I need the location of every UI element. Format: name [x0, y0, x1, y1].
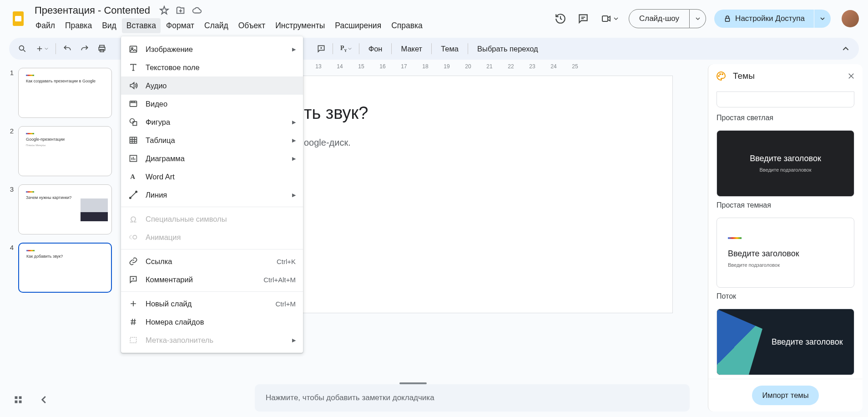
theme-label: Простая темная: [717, 201, 854, 209]
menu-справка[interactable]: Справка: [387, 18, 427, 33]
svg-point-13: [720, 74, 721, 75]
speaker-notes[interactable]: Нажмите, чтобы добавить заметки докладчи…: [255, 384, 690, 412]
menu-item-motion: Анимация: [121, 228, 303, 246]
print-icon[interactable]: [94, 41, 110, 56]
theme-card[interactable]: Введите заголовок: [717, 309, 854, 375]
menu-item-table[interactable]: Таблица▶: [121, 131, 303, 149]
history-icon[interactable]: [553, 11, 568, 26]
background-button[interactable]: Фон: [363, 45, 388, 53]
menu-инструменты[interactable]: Инструменты: [271, 18, 329, 33]
header: Презентация - Contented ФайлПравкаВидВст…: [0, 0, 868, 33]
menu-объект[interactable]: Объект: [234, 18, 270, 33]
doc-title[interactable]: Презентация - Contented: [31, 4, 154, 17]
slide-number: 3: [6, 184, 14, 234]
slideshow-button[interactable]: Слайд-шоу: [629, 9, 690, 28]
shortcut: Ctrl+K: [277, 258, 296, 265]
menu-item-video[interactable]: Видео: [121, 95, 303, 113]
submenu-arrow-icon: ▶: [292, 192, 296, 198]
transition-button[interactable]: Выбрать переход: [472, 45, 544, 53]
svg-rect-1: [15, 16, 21, 21]
slide-number: 2: [6, 126, 14, 176]
svg-point-25: [133, 235, 136, 239]
menu-item-text[interactable]: Текстовое поле: [121, 58, 303, 76]
share-dropdown[interactable]: [814, 10, 831, 28]
video-icon: [128, 99, 138, 109]
redo-icon[interactable]: [77, 41, 92, 56]
search-icon[interactable]: [15, 41, 30, 56]
menu-вставка[interactable]: Вставка: [122, 18, 161, 33]
plus-icon: [128, 299, 138, 309]
svg-rect-10: [15, 401, 18, 403]
placeholder-tool[interactable]: PY: [337, 41, 355, 56]
menu-файл[interactable]: Файл: [31, 18, 60, 33]
menu-item-label: Номера слайдов: [146, 318, 296, 326]
slides-logo-icon[interactable]: [9, 10, 27, 28]
shortcut: Ctrl+Alt+M: [263, 276, 296, 284]
submenu-arrow-icon: ▶: [292, 156, 296, 162]
menu-item-label: Линия: [146, 191, 285, 199]
audio-icon: [128, 81, 138, 91]
theme-label: Простая светлая: [717, 114, 854, 122]
menu-item-shape[interactable]: Фигура▶: [121, 113, 303, 131]
collapse-filmstrip-icon[interactable]: [41, 395, 47, 404]
menu-item-wordart[interactable]: AWord Art: [121, 168, 303, 186]
menu-вид[interactable]: Вид: [97, 18, 121, 33]
menu-item-comment[interactable]: КомментарийCtrl+Alt+M: [121, 270, 303, 289]
menu-item-chart[interactable]: Диаграмма▶: [121, 149, 303, 168]
undo-icon[interactable]: [60, 41, 75, 56]
comment-add-icon[interactable]: [313, 41, 329, 56]
import-theme-button[interactable]: Импорт темы: [752, 386, 818, 405]
themes-panel-title: Темы: [733, 71, 841, 81]
menu-формат[interactable]: Формат: [161, 18, 199, 33]
menu-item-label: Фигура: [146, 118, 285, 127]
theme-card[interactable]: Введите заголовокВведите подзаголовок: [717, 218, 854, 288]
submenu-arrow-icon: ▶: [292, 337, 296, 343]
menu-item-plus[interactable]: Новый слайдCtrl+M: [121, 295, 303, 313]
menu-слайд[interactable]: Слайд: [200, 18, 233, 33]
menu-item-link[interactable]: СсылкаCtrl+K: [121, 252, 303, 270]
submenu-arrow-icon: ▶: [292, 137, 296, 143]
menu-правка[interactable]: Правка: [61, 18, 96, 33]
menu-item-audio[interactable]: Аудио: [121, 76, 303, 95]
svg-point-14: [722, 74, 723, 75]
wordart-icon: A: [128, 172, 138, 182]
star-icon[interactable]: [159, 5, 169, 15]
slide-thumb[interactable]: 4Как добавить звук?: [6, 243, 112, 293]
menu-item-hash[interactable]: Номера слайдов: [121, 313, 303, 331]
share-button[interactable]: Настройки Доступа: [714, 10, 814, 28]
menu-item-label: Аудио: [146, 81, 296, 90]
layout-button[interactable]: Макет: [395, 45, 428, 53]
grid-view-icon[interactable]: [14, 395, 23, 404]
move-icon[interactable]: [176, 5, 186, 15]
menu-item-label: Видео: [146, 100, 296, 108]
svg-point-4: [19, 46, 24, 50]
submenu-arrow-icon: ▶: [292, 119, 296, 125]
svg-rect-8: [15, 397, 18, 399]
menu-item-line[interactable]: Линия▶: [121, 186, 303, 204]
text-icon: [128, 62, 138, 72]
svg-rect-2: [602, 16, 608, 21]
slide-thumb[interactable]: 3Зачем нужны картинки?: [6, 184, 112, 234]
menu-расширения[interactable]: Расширения: [330, 18, 386, 33]
avatar[interactable]: [842, 10, 859, 27]
slide-thumb[interactable]: 2Google-презентацииПлюсы Минусы: [6, 126, 112, 176]
shortcut: Ctrl+M: [275, 300, 296, 308]
comments-icon[interactable]: [576, 11, 590, 26]
line-icon: [128, 190, 138, 200]
theme-card[interactable]: Введите заголовокВведите подзаголовок: [717, 130, 854, 197]
filmstrip: 1Как создавать презентации в Google2Goog…: [0, 60, 118, 417]
cloud-icon[interactable]: [192, 5, 202, 15]
submenu-arrow-icon: ▶: [292, 46, 296, 52]
collapse-toolbar-icon[interactable]: [838, 41, 853, 56]
theme-button[interactable]: Тема: [435, 45, 464, 53]
slide-thumb[interactable]: 1Как создавать презентации в Google: [6, 68, 112, 118]
menu-item-omega: Специальные символы: [121, 210, 303, 228]
slideshow-dropdown[interactable]: [690, 9, 706, 28]
new-slide-button[interactable]: [32, 41, 52, 56]
placeholder-icon: [128, 335, 138, 345]
menu-item-image[interactable]: Изображение▶: [121, 40, 303, 58]
close-icon[interactable]: [847, 72, 855, 80]
omega-icon: [128, 214, 138, 224]
chart-icon: [128, 153, 138, 163]
meet-icon[interactable]: [599, 11, 621, 26]
